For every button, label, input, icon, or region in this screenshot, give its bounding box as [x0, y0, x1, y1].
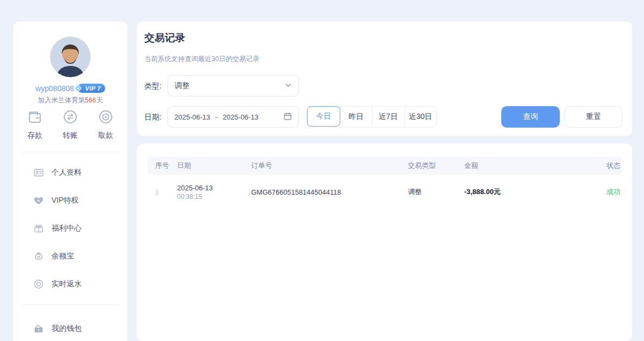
sidebar-item-vip[interactable]: VIP特权	[13, 187, 127, 214]
withdraw-label: 取款	[98, 131, 113, 140]
sidebar-item-label: 个人资料	[52, 168, 82, 177]
sidebar-item-label: 福利中心	[52, 224, 82, 233]
deposit-button[interactable]: 存款	[20, 109, 50, 140]
col-header-date: 日期	[177, 161, 251, 171]
date-end-value: 2025-06-13	[223, 113, 259, 121]
page-title: 交易记录	[144, 31, 185, 45]
sidebar-divider	[21, 152, 120, 152]
range-7days-button[interactable]: 近7日	[372, 107, 404, 127]
username: wyp080808	[35, 84, 74, 93]
date-separator: ~	[215, 113, 219, 121]
sidebar-item-label: 实时返水	[52, 279, 82, 289]
deposit-label: 存款	[27, 131, 42, 140]
welfare-icon	[33, 223, 44, 234]
transfer-icon	[62, 109, 78, 127]
sidebar-item-label: 余额宝	[52, 251, 74, 261]
transfer-button[interactable]: 转账	[55, 109, 85, 140]
type-select[interactable]: 调整	[167, 75, 299, 97]
profile-icon	[33, 167, 44, 178]
user-name-row: wyp080808 VIP 7	[13, 84, 127, 93]
sidebar-menu-secondary: 我的钱包	[13, 315, 127, 341]
date-range-input[interactable]: 2025-06-13 ~ 2025-06-13	[167, 106, 299, 128]
quick-actions: 存款 转账 取款	[13, 109, 127, 140]
filter-card: 交易记录 当前系统支持查询最近30日的交易记录 类型: 调整 日期: 2025-…	[137, 21, 632, 136]
transfer-label: 转账	[63, 131, 78, 140]
range-today-button[interactable]: 今日	[307, 106, 340, 127]
col-header-status: 状态	[597, 161, 621, 171]
join-days-line: 加入米兰体育第566天	[13, 96, 127, 105]
sidebar: wyp080808 VIP 7 加入米兰体育第566天 存款	[13, 21, 127, 341]
row-date: 2025-06-13	[177, 183, 251, 192]
vip-diamond-icon	[74, 84, 83, 94]
row-status: 成功	[597, 187, 621, 197]
date-quick-range-group: 今日 昨日 近7日 近30日	[307, 106, 437, 128]
withdraw-button[interactable]: 取款	[91, 109, 121, 140]
sidebar-item-rebate[interactable]: 实时返水	[13, 270, 127, 298]
avatar	[50, 36, 91, 77]
date-label: 日期:	[144, 106, 162, 128]
col-header-index: 序号	[148, 161, 177, 171]
sidebar-menu: 个人资料 VIP特权 福利中心	[13, 159, 127, 298]
table-header: 序号 日期 订单号 交易类型 金额 状态	[148, 157, 621, 175]
reset-button[interactable]: 重置	[565, 106, 623, 128]
sidebar-item-label: VIP特权	[52, 196, 79, 205]
row-type: 调整	[408, 187, 464, 197]
table-row: 1 2025-06-13 00:38:15 GMG676605158144504…	[148, 175, 621, 209]
calendar-icon	[283, 112, 292, 122]
row-index: 1	[148, 188, 177, 196]
sidebar-item-profile[interactable]: 个人资料	[13, 159, 127, 187]
range-30days-button[interactable]: 近30日	[404, 107, 436, 127]
col-header-amount: 金额	[464, 161, 597, 171]
row-time: 00:38:15	[177, 192, 251, 201]
type-select-value: 调整	[174, 81, 189, 91]
page: { "sidebar": { "username": "wyp080808", …	[0, 0, 644, 341]
row-amount: -3,888.00元	[464, 187, 597, 197]
page-subtitle: 当前系统支持查询最近30日的交易记录	[144, 55, 259, 64]
col-header-type: 交易类型	[408, 161, 464, 171]
query-button[interactable]: 查询	[501, 106, 560, 128]
date-start-value: 2025-06-13	[174, 113, 210, 121]
vip-badge: VIP 7	[77, 84, 105, 93]
sidebar-divider	[21, 305, 120, 305]
deposit-icon	[27, 109, 43, 127]
chevron-down-icon	[284, 81, 292, 91]
type-label: 类型:	[144, 75, 162, 97]
sidebar-item-wallet[interactable]: 我的钱包	[13, 315, 127, 341]
row-datetime: 2025-06-13 00:38:15	[177, 183, 251, 201]
sidebar-item-yuebao[interactable]: 余额宝	[13, 242, 127, 270]
row-order-no: GMG6766051581445044118	[251, 188, 408, 196]
wallet-icon	[33, 323, 44, 334]
sidebar-item-welfare[interactable]: 福利中心	[13, 214, 127, 242]
vip-icon	[33, 195, 44, 206]
range-yesterday-button[interactable]: 昨日	[340, 107, 372, 127]
yuebao-icon	[33, 251, 44, 262]
join-days-count: 566	[85, 97, 96, 104]
withdraw-icon	[98, 109, 114, 127]
table-card: 序号 日期 订单号 交易类型 金额 状态 1 2025-06-13 00:38:…	[137, 144, 632, 341]
sidebar-item-label: 我的钱包	[52, 324, 82, 333]
vip-badge-label: VIP 7	[85, 85, 101, 92]
col-header-order: 订单号	[251, 161, 408, 171]
rebate-icon	[33, 279, 44, 290]
